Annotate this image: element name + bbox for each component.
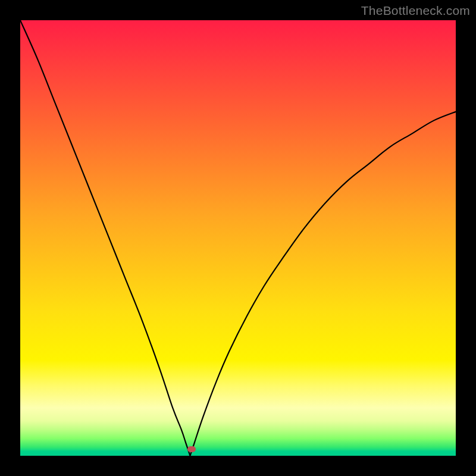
bottleneck-curve	[20, 20, 456, 456]
curve-path	[20, 20, 456, 456]
chart-plot-area	[20, 20, 456, 456]
watermark-text: TheBottleneck.com	[361, 4, 470, 18]
optimal-point-marker	[187, 446, 196, 452]
